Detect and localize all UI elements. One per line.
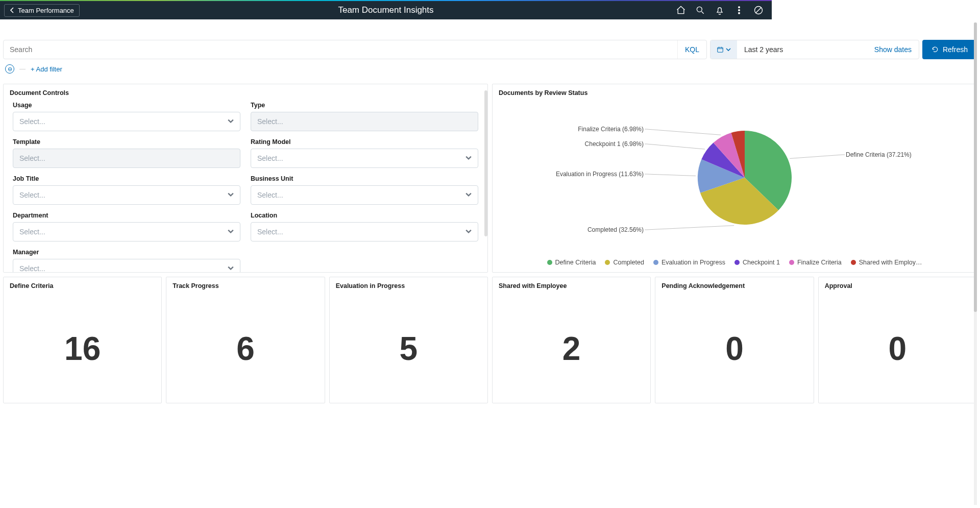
search-icon[interactable] [695,5,705,15]
control-select[interactable]: Select... [251,149,478,168]
date-calendar-button[interactable] [710,40,737,59]
legend-item[interactable]: Evaluation in Progress [653,259,725,266]
compass-icon[interactable] [753,5,764,15]
control-label: Department [13,212,240,219]
search-box: KQL [3,40,707,59]
controls-body: UsageSelect...TypeSelect...TemplateSelec… [4,100,487,272]
control-placeholder: Select... [257,191,283,199]
chevron-down-icon [228,264,234,272]
metric-card-value: 6 [166,295,324,401]
filter-chips-row: ⊖ — + Add filter [3,59,772,76]
pie-leader-line [645,129,721,135]
review-status-chart-panel: Documents by Review Status Define Criter… [492,84,772,273]
svg-rect-5 [718,47,723,52]
panels-row: Document Controls UsageSelect...TypeSele… [3,84,772,273]
legend-item[interactable]: Completed [605,259,644,266]
legend-label: Evaluation in Progress [662,259,725,266]
control-placeholder: Select... [19,191,45,199]
chevron-down-icon [465,228,472,236]
legend-dot [734,260,740,265]
back-button-label: Team Performance [18,7,74,14]
control-label: Usage [13,102,240,109]
control-label: Job Title [13,175,240,182]
back-button[interactable]: Team Performance [4,4,80,17]
control-group: Rating ModelSelect... [251,138,478,168]
pie-leader-line [645,226,734,230]
pie-leader-line [645,174,696,176]
panel-scrollbar[interactable] [484,90,487,236]
pie-chart: Define Criteria (37.21%)Completed (32.56… [493,100,772,256]
control-label: Business Unit [251,175,478,182]
metric-card: Track Progress6 [166,277,325,401]
metric-card: Shared with Employee2 [492,277,651,401]
control-placeholder: Select... [19,154,45,162]
header-icon-group [676,5,772,15]
kebab-menu-icon[interactable] [734,5,744,15]
panel-title: Documents by Review Status [493,84,772,100]
control-select[interactable]: Select... [13,112,240,131]
chevron-down-icon [228,117,234,126]
filter-divider: — [19,65,26,72]
app-header: Team Performance Team Document Insights [0,1,772,19]
legend-item[interactable]: Define Criteria [547,259,596,266]
add-filter-link[interactable]: + Add filter [31,65,62,73]
control-label: Template [13,138,240,146]
chevron-down-icon [228,191,234,199]
date-range-text[interactable]: Last 2 years [737,45,772,54]
home-icon[interactable] [676,5,686,15]
control-select[interactable]: Select... [13,259,240,272]
metric-card-title: Define Criteria [4,277,161,295]
metric-card-title: Shared with Employee [493,277,650,295]
control-placeholder: Select... [19,228,45,236]
bell-icon[interactable] [715,5,725,15]
legend-dot [605,260,610,265]
control-select: Select... [251,112,478,131]
control-select[interactable]: Select... [13,185,240,205]
calendar-icon [717,46,724,53]
panel-title: Document Controls [4,84,487,100]
control-group: ManagerSelect... [13,249,240,272]
control-select[interactable]: Select... [13,222,240,241]
control-group: DepartmentSelect... [13,212,240,241]
control-label: Manager [13,249,240,256]
date-range-picker: Last 2 years Show dates [710,40,772,59]
control-placeholder: Select... [19,117,45,126]
pie-leader-line [645,144,705,149]
pie-slice-label: Finalize Criteria (6.98%) [578,126,644,133]
chevron-down-icon [465,154,472,162]
pie-slice-label: Completed (32.56%) [587,226,644,233]
chevron-down-icon [228,228,234,236]
document-controls-panel: Document Controls UsageSelect...TypeSele… [3,84,488,273]
kql-toggle[interactable]: KQL [677,40,706,59]
control-select[interactable]: Select... [251,185,478,205]
filter-bar: KQL Last 2 years Show dates Refresh [3,40,772,59]
metric-card-title: Pending Acknowledgement [655,277,772,295]
svg-point-2 [739,10,740,11]
metric-card-value: 0 [655,295,772,401]
metric-card: Pending Acknowledgement0 [655,277,772,401]
control-group: TypeSelect... [251,102,478,131]
metric-card-value: 16 [4,295,161,401]
filter-settings-icon[interactable]: ⊖ [5,64,14,74]
legend-dot [653,260,658,265]
legend-dot [547,260,552,265]
metric-card-title: Evaluation in Progress [330,277,487,295]
legend-label: Define Criteria [555,259,596,266]
control-group: Business UnitSelect... [251,175,478,205]
chevron-down-icon [465,191,472,199]
svg-point-0 [697,7,702,12]
metric-cards-row: Define Criteria16Track Progress6Evaluati… [3,277,772,401]
control-placeholder: Select... [257,154,283,162]
chart-legend: Define CriteriaCompletedEvaluation in Pr… [493,256,772,272]
metric-card-title: Track Progress [166,277,324,295]
control-label: Type [251,102,478,109]
control-select[interactable]: Select... [251,222,478,241]
control-placeholder: Select... [257,228,283,236]
control-placeholder: Select... [19,264,45,272]
control-group: UsageSelect... [13,102,240,131]
control-group: TemplateSelect... [13,138,240,168]
search-input[interactable] [4,40,677,59]
control-select: Select... [13,149,240,168]
legend-item[interactable]: Checkpoint 1 [734,259,772,266]
metric-card-value: 2 [493,295,650,401]
